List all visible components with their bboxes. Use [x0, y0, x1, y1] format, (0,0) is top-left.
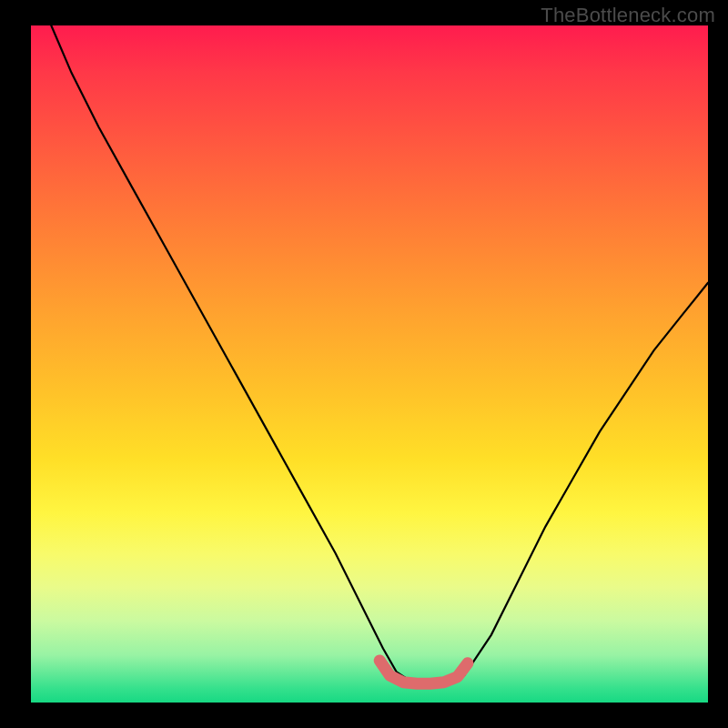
watermark-text: TheBottleneck.com — [541, 4, 715, 27]
chart-plot-area — [31, 25, 708, 703]
chart-svg — [31, 25, 708, 703]
chart-frame: TheBottleneck.com — [0, 0, 728, 728]
bottleneck-curve — [51, 25, 708, 683]
